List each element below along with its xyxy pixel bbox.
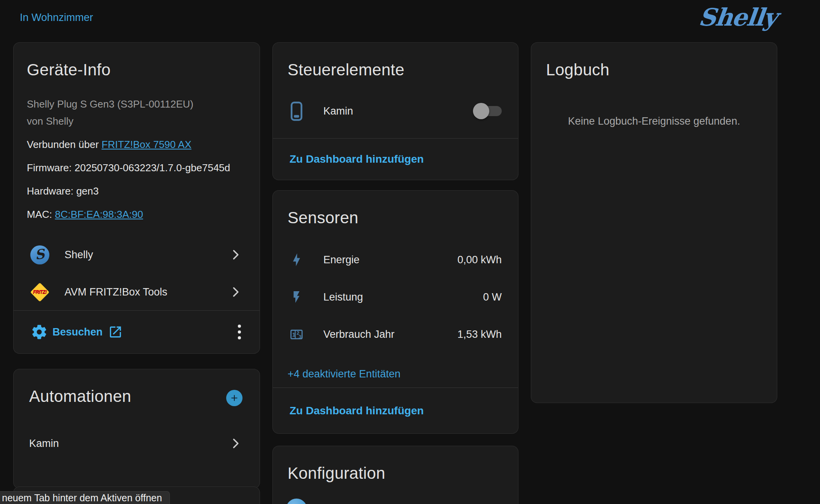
chevron-right-icon	[229, 436, 243, 450]
logbook-empty-message: Keine Logbuch-Ereignisse gefunden.	[531, 113, 777, 130]
shelly-logo-icon: S	[30, 245, 49, 264]
overflow-menu-button[interactable]	[235, 322, 244, 342]
chevron-right-icon	[229, 248, 243, 262]
plus-icon	[229, 393, 239, 403]
svg-text:1: 1	[292, 331, 295, 338]
config-entity-icon[interactable]	[286, 499, 307, 504]
mac-label: MAC:	[27, 209, 55, 220]
chevron-right-icon	[229, 285, 243, 299]
sensor-value: 0 W	[483, 291, 502, 303]
connected-via-link[interactable]: FRITZ!Box 7590 AX	[101, 139, 191, 150]
sensor-row-energie[interactable]: Energie 0,00 kWh	[273, 241, 518, 278]
device-page: In Wohnzimmer Shelly Geräte-Info Shelly …	[0, 0, 820, 504]
configuration-title: Konfiguration	[288, 463, 503, 483]
sensor-row-leistung[interactable]: Leistung 0 W	[273, 278, 518, 316]
automation-row-kamin[interactable]: Kamin	[14, 431, 260, 456]
sensor-name: Leistung	[323, 291, 483, 303]
connected-via-label: Verbunden über	[27, 139, 101, 150]
integration-row-fritzbox[interactable]: FRITZ! AVM FRITZ!Box Tools	[14, 273, 260, 311]
firmware-line: Firmware: 20250730-063223/1.7.0-gbe7545d	[27, 159, 246, 176]
device-model: Shelly Plug S Gen3 (S3PL-00112EU)	[27, 98, 194, 110]
visit-device-link[interactable]: Besuchen	[31, 323, 123, 341]
add-automation-button[interactable]	[226, 390, 243, 406]
integration-row-shelly[interactable]: S Shelly	[14, 236, 260, 273]
shelly-brand-logo: Shelly	[697, 3, 778, 31]
sensor-name: Verbrauch Jahr	[323, 328, 457, 341]
hardware-line: Hardware: gen3	[27, 182, 246, 200]
sensor-value: 0,00 kWh	[457, 254, 502, 266]
sensor-name: Energie	[323, 254, 457, 266]
power-plug-icon	[290, 101, 304, 121]
counter-icon: 1 2 3	[290, 327, 304, 342]
integration-list: S Shelly FRITZ! AVM FRITZ!Box Tools	[14, 236, 260, 311]
controls-title: Steuerelemente	[288, 60, 503, 80]
sensor-value: 1,53 kWh	[457, 328, 502, 341]
device-info-title: Geräte-Info	[27, 60, 245, 80]
sensor-row-verbrauch-jahr[interactable]: 1 2 3 Verbrauch Jahr 1,53 kWh	[273, 316, 518, 353]
lightning-bolt-icon	[290, 252, 304, 268]
logbook-title: Logbuch	[546, 60, 762, 80]
automation-name: Kamin	[29, 438, 229, 450]
open-in-new-icon	[108, 325, 123, 339]
kamin-toggle-switch[interactable]	[478, 106, 502, 116]
add-to-dashboard-link[interactable]: Zu Dashboard hinzufügen	[290, 153, 424, 165]
device-manufacturer: von Shelly	[27, 115, 73, 127]
sensors-footer: Zu Dashboard hinzufügen	[273, 388, 518, 433]
logbook-card: Logbuch Keine Logbuch-Ereignisse gefunde…	[531, 42, 777, 403]
control-name: Kamin	[323, 105, 478, 117]
browser-status-tooltip: neuem Tab hinter dem Aktiven öffnen	[0, 491, 170, 504]
sensor-list: Energie 0,00 kWh Leistung 0 W 1 2 3	[273, 241, 518, 353]
configuration-card: Konfiguration	[272, 446, 518, 504]
gear-icon	[31, 323, 48, 341]
flash-icon	[290, 289, 304, 305]
automations-card: Automationen Kamin	[13, 369, 260, 488]
fritz-logo-icon: FRITZ!	[30, 283, 49, 302]
disabled-entities-link[interactable]: +4 deaktivierte Entitäten	[288, 365, 503, 382]
visit-label: Besuchen	[52, 326, 103, 338]
controls-card: Steuerelemente Kamin Zu Dashboard hinzuf…	[272, 42, 518, 180]
integration-name: Shelly	[65, 249, 229, 261]
mac-address-link[interactable]: 8C:BF:EA:98:3A:90	[55, 209, 143, 220]
svg-text:3: 3	[298, 334, 301, 340]
device-info-block: Shelly Plug S Gen3 (S3PL-00112EU) von Sh…	[27, 96, 246, 223]
breadcrumb-area-link[interactable]: In Wohnzimmer	[20, 12, 93, 24]
integration-name: AVM FRITZ!Box Tools	[65, 286, 229, 298]
device-info-footer: Besuchen	[14, 310, 260, 353]
automations-title: Automationen	[29, 386, 245, 407]
sensors-card: Sensoren Energie 0,00 kWh Leistung 0 W	[272, 190, 518, 434]
sensors-title: Sensoren	[288, 208, 503, 228]
add-to-dashboard-link[interactable]: Zu Dashboard hinzufügen	[290, 405, 424, 417]
control-row-kamin[interactable]: Kamin	[273, 99, 518, 123]
device-info-card: Geräte-Info Shelly Plug S Gen3 (S3PL-001…	[13, 42, 260, 354]
controls-footer: Zu Dashboard hinzufügen	[273, 138, 518, 180]
